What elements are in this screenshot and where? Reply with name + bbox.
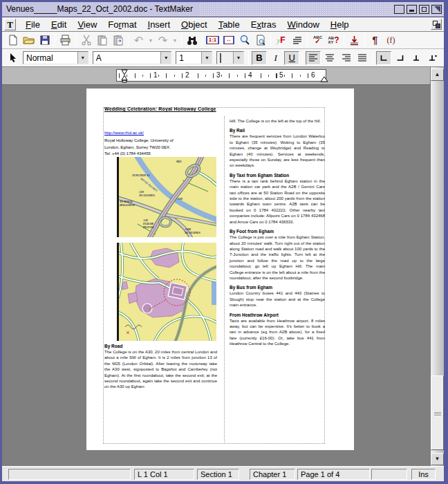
cut-button[interactable]	[78, 32, 94, 48]
font-size-select[interactable]: 1▼	[176, 51, 212, 64]
undo-dropdown-button[interactable]: ▼	[147, 32, 155, 48]
document-area[interactable]: Wedding Celebration: Royal Holloway Coll…	[2, 85, 430, 466]
section-by-rail: By Rail There are frequent services from…	[230, 128, 325, 168]
close-icon	[434, 6, 440, 12]
paragraph-lines-icon	[292, 36, 302, 45]
thesaurus-button[interactable]: ABXY?	[326, 32, 342, 48]
map-label-junction13: JUNCTION 13	[131, 174, 149, 177]
open-button[interactable]	[21, 32, 37, 48]
chevron-down-icon[interactable]: ▼	[160, 52, 171, 64]
chevron-down-icon[interactable]: ▼	[77, 52, 88, 64]
pointer-tool-button[interactable]	[5, 50, 21, 66]
status-chapter[interactable]: Chapter 1	[250, 469, 295, 480]
minimize-button[interactable]	[407, 5, 417, 14]
print-preview-button[interactable]	[252, 32, 268, 48]
scrollbar-thumb[interactable]	[431, 375, 444, 450]
align-justify-button[interactable]	[355, 51, 370, 65]
menu-object[interactable]: Object	[176, 18, 213, 31]
bold-button[interactable]: B	[252, 51, 267, 65]
status-line-col[interactable]: L 1 Col 1	[134, 469, 194, 480]
document-page[interactable]: Wedding Celebration: Royal Holloway Coll…	[86, 89, 354, 450]
italic-button[interactable]: I	[268, 51, 283, 65]
undo-button[interactable]: ↶	[131, 32, 147, 48]
formatting-marks-button[interactable]: ¶	[367, 32, 383, 48]
menu-view[interactable]: View	[72, 18, 102, 31]
fit-page-width-button[interactable]: ↔	[221, 32, 236, 48]
find-button[interactable]	[184, 32, 200, 48]
standard-toolbar: ↶ ▼ ↷ ▼ 1:1 ↔ yF ABC✓ ABXY? ¶ (f)	[2, 32, 444, 49]
junction-map-image[interactable]: M25 JUNCTION 13 A30 TO STAINES TO ROYAL …	[117, 157, 216, 237]
status-message-field	[8, 469, 131, 480]
paragraph-format-button[interactable]	[289, 32, 305, 48]
tab-right-button[interactable]	[393, 51, 408, 65]
status-page[interactable]: Page 1 of 4	[297, 469, 370, 480]
menu-extras[interactable]: Extras	[245, 18, 282, 31]
rhul-link[interactable]: http://www.rhul.ac.uk/	[104, 131, 144, 135]
svg-text:HOLLOWAY: HOLLOWAY	[119, 203, 135, 207]
menu-insert[interactable]: Insert	[142, 18, 176, 31]
print-button[interactable]	[57, 32, 73, 48]
align-left-button[interactable]	[306, 51, 321, 65]
ruler-band[interactable]: 1 2 3 4 5 6	[116, 69, 326, 82]
indent-marker[interactable]	[121, 69, 128, 83]
printer-icon	[59, 35, 71, 46]
menu-table[interactable]: Table	[213, 18, 245, 31]
svg-text:TO STAINES: TO STAINES	[185, 231, 200, 234]
copy-button[interactable]	[94, 32, 110, 48]
pointer-arrow-icon	[9, 53, 17, 63]
spell-check-button[interactable]: ABC✓	[310, 32, 326, 48]
scroll-up-button[interactable]: ▲	[431, 68, 444, 81]
redo-button[interactable]: ↷	[155, 32, 171, 48]
font-select[interactable]: A▼	[93, 51, 171, 64]
zoom-100-icon: 1:1	[206, 36, 220, 44]
menu-bar: T File Edit View Format Insert Object Ta…	[2, 17, 444, 32]
scroll-down-button[interactable]: ▼	[431, 453, 444, 465]
shade-button[interactable]	[394, 5, 404, 14]
tab-center-button[interactable]	[409, 51, 424, 65]
document-heading: Wedding Celebration: Royal Holloway Coll…	[104, 106, 216, 111]
align-center-button[interactable]	[322, 51, 337, 65]
address-block: Royal Holloway College, University of Lo…	[104, 138, 174, 158]
insert-field-button[interactable]: yF	[273, 32, 289, 48]
show-field-names-button[interactable]: (f)	[383, 32, 399, 48]
maximize-button[interactable]	[419, 5, 429, 14]
campus-map-image[interactable]	[117, 243, 216, 341]
paragraph-style-select[interactable]: Normal▼	[23, 51, 88, 64]
tab-left-button[interactable]	[376, 51, 391, 65]
section-text: The College is on the A30, 20 miles from…	[104, 349, 217, 390]
align-right-button[interactable]	[339, 51, 354, 65]
left-column: By Road The College is on the A30, 20 mi…	[104, 344, 217, 390]
vertical-scrollbar[interactable]: ▲ ▼	[430, 67, 444, 466]
save-button[interactable]	[37, 32, 53, 48]
column-guide	[224, 116, 225, 444]
align-center-icon	[325, 53, 335, 62]
redo-dropdown-button[interactable]: ▼	[171, 32, 179, 48]
tab-decimal-button[interactable]	[425, 51, 440, 65]
titlebar[interactable]: Venues_____Maps_22_Oct_2002.doc - TextMa…	[2, 2, 444, 17]
chevron-down-icon[interactable]: ▼	[233, 52, 243, 64]
underline-button[interactable]: U	[284, 51, 299, 65]
restore-document-window-button[interactable]	[431, 19, 442, 30]
menu-help[interactable]: Help	[325, 18, 355, 31]
zoom-100-button[interactable]: 1:1	[205, 32, 221, 48]
status-insert-mode[interactable]: Ins	[411, 469, 436, 480]
zoom-button[interactable]	[236, 32, 252, 48]
undo-icon: ↶	[134, 34, 143, 47]
font-color-select[interactable]: ▼	[216, 51, 243, 64]
menu-file[interactable]: File	[20, 18, 46, 31]
right-indent-marker[interactable]	[320, 76, 328, 82]
clipboard-copy-icon	[97, 35, 107, 46]
paste-button[interactable]	[110, 32, 126, 48]
menu-window[interactable]: Window	[282, 18, 325, 31]
close-button[interactable]	[431, 5, 442, 14]
chevron-down-icon[interactable]: ▼	[201, 52, 212, 64]
menu-edit[interactable]: Edit	[46, 18, 72, 31]
sort-button[interactable]	[346, 32, 362, 48]
status-section[interactable]: Section 1	[197, 469, 239, 480]
new-document-button[interactable]	[5, 32, 21, 48]
ruler[interactable]: 1 2 3 4 5 6	[2, 67, 430, 85]
app-icon[interactable]: T	[4, 19, 16, 30]
field-braces-icon: (f)	[387, 35, 395, 46]
menu-format[interactable]: Format	[102, 18, 142, 31]
svg-text:TO STAINES: TO STAINES	[139, 194, 155, 197]
